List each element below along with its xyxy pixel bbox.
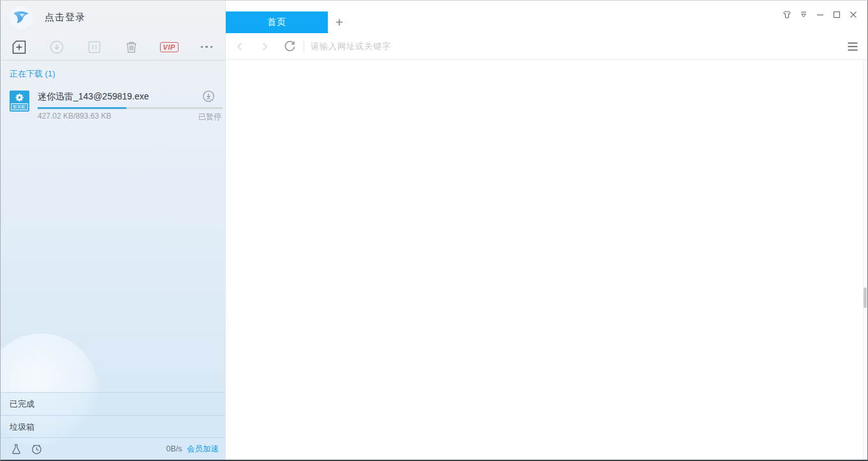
progress-bar	[38, 107, 223, 109]
url-search-input[interactable]	[304, 37, 843, 56]
sidebar-item-trash[interactable]: 垃圾箱	[1, 415, 225, 438]
file-type-badge: EXE	[11, 103, 28, 110]
tab-strip: 首页 +	[226, 1, 867, 33]
download-item[interactable]: EXE 迷你迅雷_143@259819.exe 427.02 KB/893.63…	[1, 90, 225, 123]
skin-theme-button[interactable]	[782, 10, 792, 20]
download-size-text: 427.02 KB/893.63 KB	[38, 112, 111, 121]
scrollbar-thumb[interactable]	[864, 288, 867, 308]
forward-button[interactable]	[256, 38, 273, 55]
sidebar-item-completed[interactable]: 已完成	[1, 392, 225, 415]
new-tab-button[interactable]: +	[330, 11, 349, 33]
start-download-button[interactable]	[47, 38, 66, 57]
content-scrollbar[interactable]	[863, 60, 867, 460]
alarm-clock-button[interactable]	[30, 443, 43, 455]
download-sidebar: 点击登录	[1, 1, 226, 460]
window-controls	[782, 10, 858, 20]
sidebar-nav: 已完成 垃圾箱	[1, 392, 225, 438]
sidebar-divider	[1, 60, 225, 61]
thunder-app-window: 点击登录	[0, 0, 868, 461]
tab-home[interactable]: 首页	[226, 11, 328, 33]
back-button[interactable]	[232, 38, 248, 55]
login-button[interactable]: 点击登录	[45, 11, 85, 24]
more-dots-icon	[201, 46, 213, 48]
browser-pane: 首页 +	[226, 1, 867, 460]
delete-button[interactable]	[122, 38, 141, 57]
download-file-name: 迷你迅雷_143@259819.exe	[38, 91, 197, 103]
downloading-section-title[interactable]: 正在下载 (1)	[10, 68, 225, 80]
address-bar	[226, 33, 867, 60]
flask-button[interactable]	[10, 443, 22, 455]
sidebar-empty-area	[1, 123, 225, 392]
thunder-logo-icon[interactable]	[9, 6, 33, 29]
download-status: 已暂停	[198, 112, 221, 122]
minimize-button[interactable]	[815, 10, 825, 20]
hamburger-menu-button[interactable]	[846, 40, 860, 54]
download-speed: 0B/s	[166, 444, 182, 453]
browser-content	[226, 60, 867, 460]
close-button[interactable]	[848, 10, 858, 20]
exe-file-icon: EXE	[10, 91, 29, 112]
member-accelerate-link[interactable]: 会员加速	[187, 444, 219, 453]
speed-area: 0B/s 会员加速	[166, 444, 219, 455]
user-account-row: 点击登录	[1, 1, 225, 34]
vip-badge: VIP	[160, 42, 179, 52]
resume-item-button[interactable]	[202, 90, 215, 103]
download-toolbar: VIP	[1, 34, 225, 60]
pause-button[interactable]	[85, 38, 104, 57]
gear-icon	[10, 92, 29, 103]
sidebar-statusbar: 0B/s 会员加速	[1, 438, 225, 460]
new-task-button[interactable]	[10, 38, 29, 57]
maximize-button[interactable]	[832, 10, 842, 20]
minimize-to-tray-button[interactable]	[798, 10, 809, 20]
more-options-button[interactable]	[197, 38, 216, 57]
refresh-button[interactable]	[281, 38, 298, 55]
progress-fill	[38, 107, 126, 109]
vip-button[interactable]: VIP	[159, 38, 179, 57]
